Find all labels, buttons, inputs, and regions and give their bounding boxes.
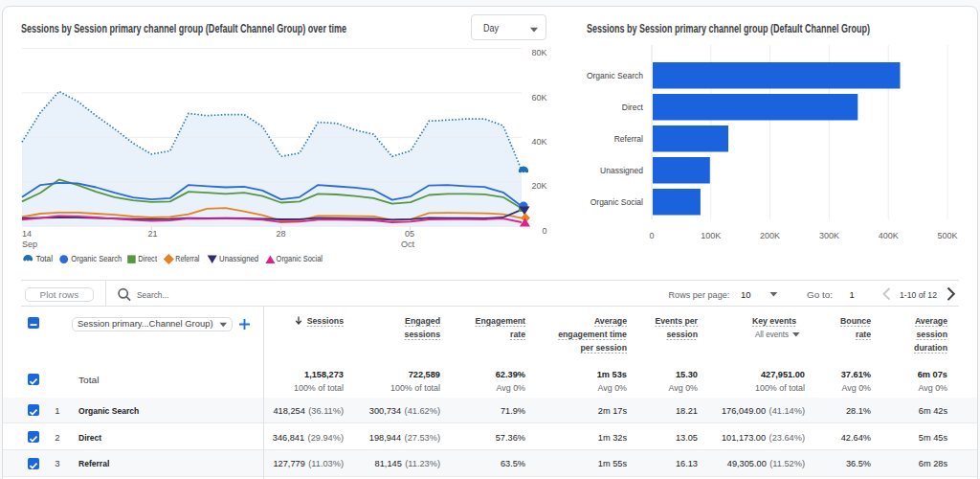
svg-text:session: session: [917, 330, 948, 339]
svg-text:300K: 300K: [819, 231, 839, 240]
svg-text:Direct: Direct: [622, 103, 644, 112]
svg-text:20K: 20K: [531, 181, 546, 191]
svg-text:6m 42s: 6m 42s: [919, 405, 947, 416]
svg-text:Bounce: Bounce: [840, 316, 871, 326]
svg-text:400K: 400K: [879, 231, 899, 240]
svg-text:Unassigned: Unassigned: [219, 254, 258, 263]
svg-text:Avg 0%: Avg 0%: [598, 383, 628, 393]
svg-text:Referral: Referral: [175, 254, 199, 263]
svg-text:Go to:: Go to:: [807, 289, 833, 300]
svg-text:80K: 80K: [531, 48, 546, 57]
svg-text:28: 28: [276, 229, 285, 239]
svg-text:Organic Social: Organic Social: [277, 254, 323, 263]
svg-text:(11.03%): (11.03%): [308, 458, 344, 468]
svg-text:Day: Day: [483, 23, 499, 34]
svg-text:(11.23%): (11.23%): [405, 458, 440, 468]
svg-text:49,305.00: 49,305.00: [727, 458, 767, 468]
svg-text:Unassigned: Unassigned: [600, 166, 643, 175]
svg-text:1: 1: [850, 289, 855, 300]
svg-text:Direct: Direct: [78, 432, 102, 443]
svg-text:1: 1: [55, 405, 59, 416]
svg-text:6m 07s: 6m 07s: [918, 369, 947, 379]
svg-text:Events per: Events per: [655, 316, 698, 326]
svg-text:(27.53%): (27.53%): [405, 432, 440, 443]
svg-text:duration: duration: [914, 343, 947, 353]
svg-text:Organic Search: Organic Search: [71, 254, 122, 263]
svg-text:Plot rows: Plot rows: [40, 289, 79, 300]
svg-text:1m 32s: 1m 32s: [598, 432, 627, 443]
svg-text:Total: Total: [36, 254, 54, 263]
svg-text:100% of total: 100% of total: [390, 383, 440, 393]
svg-text:2: 2: [55, 432, 59, 443]
svg-text:300,734: 300,734: [369, 405, 401, 416]
svg-text:500K: 500K: [937, 231, 957, 240]
svg-text:engagement time: engagement time: [558, 330, 627, 339]
svg-text:60K: 60K: [531, 93, 546, 103]
svg-text:100% of total: 100% of total: [755, 383, 805, 393]
svg-text:Engagement: Engagement: [476, 316, 525, 326]
svg-text:40K: 40K: [531, 137, 546, 147]
svg-text:(36.11%): (36.11%): [308, 405, 344, 416]
svg-text:21: 21: [147, 229, 157, 239]
svg-text:427,951.00: 427,951.00: [761, 369, 805, 379]
svg-text:6m 28s: 6m 28s: [919, 458, 947, 468]
svg-text:session: session: [667, 330, 699, 339]
svg-text:(41.62%): (41.62%): [405, 405, 440, 416]
svg-text:(29.94%): (29.94%): [308, 432, 344, 443]
svg-text:1m 55s: 1m 55s: [598, 458, 627, 468]
svg-text:sessions: sessions: [405, 330, 440, 339]
svg-text:Referral: Referral: [614, 134, 643, 144]
svg-text:Avg 0%: Avg 0%: [919, 383, 948, 393]
svg-text:(23.64%): (23.64%): [769, 432, 805, 443]
svg-text:13.05: 13.05: [676, 432, 698, 443]
svg-text:28.1%: 28.1%: [846, 405, 872, 416]
svg-text:62.39%: 62.39%: [496, 369, 526, 379]
svg-text:Rows per page:: Rows per page:: [669, 289, 730, 300]
svg-text:5m 45s: 5m 45s: [919, 432, 947, 443]
svg-text:Referral: Referral: [78, 458, 109, 468]
svg-text:0: 0: [542, 226, 546, 236]
svg-text:Avg 0%: Avg 0%: [497, 383, 526, 393]
svg-text:Session primary...Channel Grou: Session primary...Channel Group): [78, 319, 213, 329]
svg-text:36.5%: 36.5%: [846, 458, 872, 468]
svg-text:Key events: Key events: [752, 316, 796, 326]
svg-text:16.13: 16.13: [676, 458, 698, 468]
svg-text:100% of total: 100% of total: [294, 383, 344, 393]
svg-text:Sessions by Session primary ch: Sessions by Session primary channel grou…: [587, 22, 870, 35]
svg-text:63.5%: 63.5%: [501, 458, 526, 468]
svg-text:346,841: 346,841: [273, 432, 304, 443]
svg-text:37.61%: 37.61%: [841, 369, 872, 379]
svg-text:Average: Average: [915, 316, 947, 326]
svg-text:15.30: 15.30: [676, 369, 698, 379]
svg-text:Average: Average: [594, 316, 627, 326]
svg-text:05: 05: [405, 229, 414, 239]
svg-text:(11.52%): (11.52%): [769, 458, 805, 468]
svg-text:0: 0: [649, 231, 654, 240]
svg-text:Sep: Sep: [22, 240, 37, 249]
svg-text:1-10 of 12: 1-10 of 12: [900, 289, 937, 300]
svg-text:14: 14: [22, 229, 32, 239]
svg-text:2m 17s: 2m 17s: [598, 405, 627, 416]
svg-text:1m 53s: 1m 53s: [597, 369, 627, 379]
svg-text:198,944: 198,944: [369, 432, 401, 443]
svg-text:Oct: Oct: [401, 240, 415, 249]
svg-text:Avg 0%: Avg 0%: [669, 383, 699, 393]
svg-text:Sessions: Sessions: [307, 316, 344, 326]
svg-text:Total: Total: [78, 375, 100, 385]
svg-text:200K: 200K: [760, 231, 780, 240]
svg-text:100K: 100K: [701, 231, 721, 240]
svg-text:Organic Search: Organic Search: [587, 71, 643, 80]
svg-text:Search...: Search...: [137, 289, 169, 300]
svg-text:(41.14%): (41.14%): [769, 405, 805, 416]
svg-text:81,145: 81,145: [375, 458, 402, 468]
svg-text:Avg 0%: Avg 0%: [842, 383, 872, 393]
svg-text:57.36%: 57.36%: [496, 432, 526, 443]
svg-text:418,254: 418,254: [273, 405, 304, 416]
svg-text:18.21: 18.21: [676, 405, 698, 416]
svg-text:10: 10: [741, 289, 751, 300]
svg-text:176,049.00: 176,049.00: [722, 405, 766, 416]
svg-text:722,589: 722,589: [409, 369, 440, 379]
svg-text:Organic Search: Organic Search: [78, 405, 139, 416]
svg-text:per session: per session: [581, 343, 628, 353]
svg-text:Engaged: Engaged: [405, 316, 440, 326]
